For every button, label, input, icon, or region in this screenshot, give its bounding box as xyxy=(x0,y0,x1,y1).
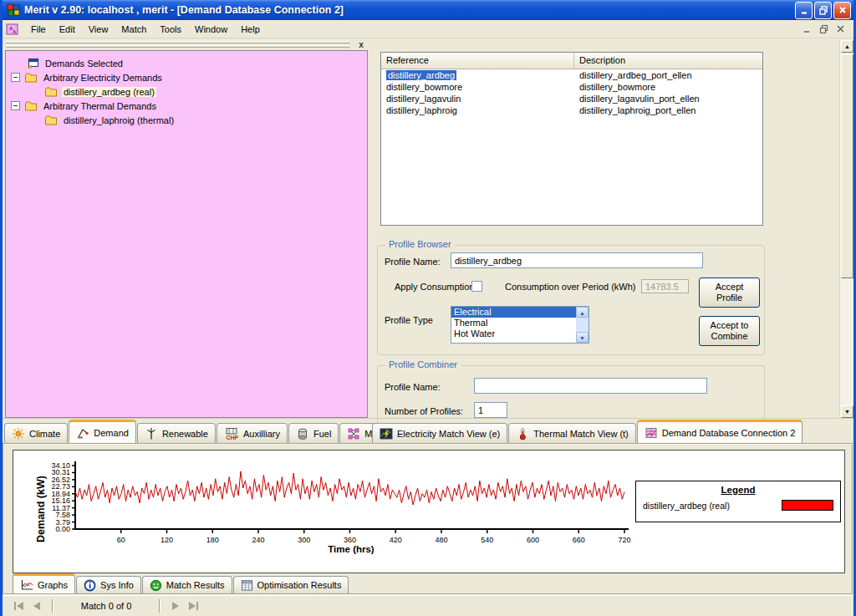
number-of-profiles-input[interactable] xyxy=(474,402,507,418)
combiner-profile-name-input[interactable] xyxy=(474,378,707,394)
scroll-down-icon[interactable]: ▼ xyxy=(841,405,853,418)
accept-profile-button[interactable]: Accept Profile xyxy=(699,277,760,308)
tab-climate[interactable]: Climate xyxy=(4,423,68,443)
tab-match-results[interactable]: Match Results xyxy=(142,576,232,593)
menu-edit[interactable]: Edit xyxy=(53,22,82,37)
tab-renewable[interactable]: Renewable xyxy=(137,423,216,443)
tab-label: Auxilliary xyxy=(243,429,280,439)
tab-label: Graphs xyxy=(38,580,68,590)
listbox-option-thermal[interactable]: Thermal xyxy=(451,318,576,328)
minimize-icon xyxy=(799,5,809,15)
tab-auxilliary[interactable]: CHP Auxilliary xyxy=(217,423,288,443)
tree-item-label[interactable]: distillery_laphroig (thermal) xyxy=(62,115,176,125)
tab-label: Electricity Match View (e) xyxy=(397,429,500,439)
profile-type-listbox[interactable]: Electrical Thermal Hot Water ▲ ▼ xyxy=(451,306,589,344)
menu-help[interactable]: Help xyxy=(234,22,267,37)
tree-item-thermal-demands[interactable]: Arbitrary Thermal Demands xyxy=(11,99,365,113)
dock-close-icon[interactable]: x xyxy=(355,40,367,49)
column-header-reference[interactable]: Reference xyxy=(381,53,574,69)
listbox-option-electrical[interactable]: Electrical xyxy=(451,307,576,318)
svg-text:540: 540 xyxy=(481,536,493,544)
tree-item-label[interactable]: distillery_ardbeg (real) xyxy=(62,87,156,97)
next-match-button[interactable] xyxy=(167,602,184,610)
tree-item-label[interactable]: Arbitrary Thermal Demands xyxy=(42,101,158,111)
table-cell[interactable]: distillery_lagavulin_port_ellen xyxy=(574,93,705,104)
table-cell[interactable]: distillery_lagavulin xyxy=(381,93,574,104)
table-cell[interactable]: distillery_ardbeg xyxy=(386,70,456,80)
accept-to-combine-button[interactable]: Accept to Combine xyxy=(699,316,760,346)
tab-label: Optimisation Results xyxy=(257,580,342,590)
tab-label: Climate xyxy=(29,429,60,439)
table-cell[interactable]: distillery_bowmore xyxy=(381,81,574,93)
table-cell[interactable]: distillery_laphroig_port_ellen xyxy=(574,104,701,116)
chp-icon: CHP xyxy=(224,427,239,440)
profile-name-label: Profile Name: xyxy=(385,257,441,267)
profile-name-input[interactable] xyxy=(451,252,703,268)
number-of-profiles-label: Number of Profiles: xyxy=(385,406,463,416)
tab-demand-database-connection-2[interactable]: Demand Database Connection 2 xyxy=(637,420,803,443)
collapse-icon[interactable] xyxy=(11,101,20,110)
close-button[interactable] xyxy=(833,2,851,19)
legend-entry-label: distillery_ardbeg (real) xyxy=(643,501,782,511)
table-cell[interactable]: distillery_ardbeg_port_ellen xyxy=(574,69,697,81)
column-header-description[interactable]: Description xyxy=(574,53,630,69)
scroll-up-icon[interactable]: ▲ xyxy=(576,307,588,318)
listbox-option-hot-water[interactable]: Hot Water xyxy=(451,328,576,339)
profile-type-label: Profile Type xyxy=(385,315,433,325)
sun-icon xyxy=(12,427,25,440)
tab-electricity-match-view[interactable]: Electricity Match View (e) xyxy=(372,423,507,443)
tab-sys-info[interactable]: Sys Info xyxy=(76,576,141,593)
scroll-up-icon[interactable]: ▲ xyxy=(841,40,853,53)
menu-window[interactable]: Window xyxy=(188,22,234,37)
minimize-button[interactable] xyxy=(795,2,813,19)
menu-tools[interactable]: Tools xyxy=(153,22,188,37)
table-row[interactable]: distillery_ardbeg distillery_ardbeg_port… xyxy=(381,69,762,81)
tab-demand[interactable]: Demand xyxy=(69,420,136,443)
tree-item-distillery-ardbeg[interactable]: distillery_ardbeg (real) xyxy=(44,84,365,99)
mdi-minimize-button[interactable] xyxy=(800,23,813,35)
menu-match[interactable]: Match xyxy=(115,22,153,37)
apply-consumption-checkbox[interactable] xyxy=(471,281,482,292)
dock-header[interactable]: x xyxy=(3,38,370,50)
restore-button[interactable] xyxy=(814,2,832,19)
tree-item-label[interactable]: Arbitrary Electricity Demands xyxy=(42,73,164,83)
minimize-icon xyxy=(802,24,812,33)
legend-swatch xyxy=(782,500,833,511)
mdi-restore-button[interactable] xyxy=(817,23,830,35)
chart-y-axis-label: Demand (kW) xyxy=(35,451,48,568)
profile-table[interactable]: Reference Description distillery_ardbeg … xyxy=(380,52,763,226)
tab-optimisation-results[interactable]: Optimisation Results xyxy=(233,576,349,593)
collapse-icon[interactable] xyxy=(11,73,20,82)
svg-text:360: 360 xyxy=(344,536,356,544)
tree-item-electricity-demands[interactable]: Arbitrary Electricity Demands xyxy=(11,70,365,84)
first-match-button[interactable] xyxy=(9,602,28,610)
tab-thermal-match-view[interactable]: Thermal Match View (t) xyxy=(508,423,636,443)
table-row[interactable]: distillery_laphroig distillery_laphroig_… xyxy=(381,104,762,116)
mdi-close-button[interactable] xyxy=(833,23,847,35)
last-match-button[interactable] xyxy=(184,602,203,610)
table-row[interactable]: distillery_bowmore distillery_bowmore xyxy=(381,81,762,93)
scrollbar-thumb[interactable] xyxy=(841,54,853,278)
fuel-drum-icon xyxy=(296,427,309,440)
table-row[interactable]: distillery_lagavulin distillery_lagavuli… xyxy=(381,93,762,104)
tab-fuel[interactable]: Fuel xyxy=(288,423,339,443)
right-pane-scrollbar[interactable]: ▲ ▼ xyxy=(839,40,853,418)
menu-view[interactable]: View xyxy=(82,22,115,37)
scroll-down-icon[interactable]: ▼ xyxy=(576,332,588,343)
tab-graphs[interactable]: Graphs xyxy=(13,573,75,593)
menu-file[interactable]: File xyxy=(24,22,53,37)
profile-table-header[interactable]: Reference Description xyxy=(381,53,762,69)
listbox-scrollbar[interactable]: ▲ ▼ xyxy=(576,307,588,343)
tree-item-distillery-laphroig[interactable]: distillery_laphroig (thermal) xyxy=(44,113,365,127)
demand-tree-pane: x Demands Selected Arbitrary Ele xyxy=(3,38,370,443)
previous-match-button[interactable] xyxy=(28,602,45,610)
results-tabs: Graphs Sys Info Match Results xyxy=(4,572,852,593)
table-cell[interactable]: distillery_bowmore xyxy=(574,81,660,93)
tree-item-demands-selected[interactable]: Demands Selected xyxy=(26,56,365,70)
next-icon xyxy=(172,602,179,610)
table-cell[interactable]: distillery_laphroig xyxy=(381,104,574,116)
workspace: x Demands Selected Arbitrary Ele xyxy=(3,38,853,443)
tree-item-label[interactable]: Demands Selected xyxy=(43,59,125,69)
gripper[interactable] xyxy=(6,41,350,48)
svg-text:480: 480 xyxy=(435,536,447,544)
